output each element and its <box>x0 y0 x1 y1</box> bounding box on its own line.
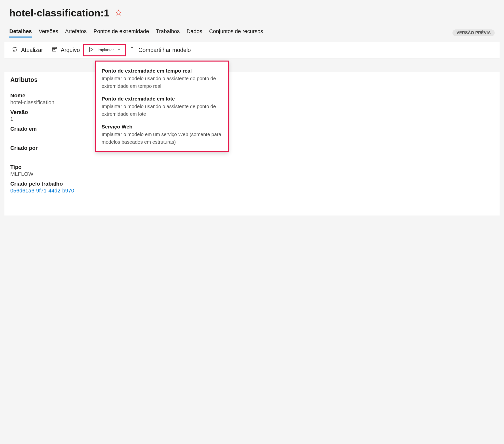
deploy-label: Implantar <box>97 48 114 52</box>
attr-version-value: 1 <box>10 116 494 122</box>
attr-job-link[interactable]: 056d61a6-9f71-44d2-b970 <box>10 188 494 194</box>
refresh-label: Atualizar <box>21 47 43 53</box>
deploy-option-title: Ponto de extremidade em tempo real <box>102 68 223 74</box>
tab-dados[interactable]: Dados <box>187 28 202 37</box>
attr-name-value: hotel-classification <box>10 99 494 106</box>
deploy-dropdown: Ponto de extremidade em tempo real Impla… <box>95 61 229 152</box>
favorite-star-icon[interactable] <box>115 10 122 17</box>
refresh-icon <box>12 46 18 54</box>
chevron-down-icon <box>117 48 121 52</box>
tab-pontos[interactable]: Pontos de extremidade <box>93 28 149 37</box>
svg-marker-0 <box>116 10 121 15</box>
tab-detalhes[interactable]: Detalhes <box>9 28 32 37</box>
preview-badge: VERSÃO PRÉVIA <box>452 29 495 36</box>
deploy-option-title: Ponto de extremidade em lote <box>102 96 223 102</box>
attr-type-value: MLFLOW <box>10 171 494 177</box>
attr-version-label: Versão <box>10 109 494 116</box>
archive-label: Arquivo <box>61 47 80 53</box>
svg-rect-2 <box>53 49 56 51</box>
tab-conjuntos[interactable]: Conjuntos de recursos <box>209 28 263 37</box>
deploy-option-realtime[interactable]: Ponto de extremidade em tempo real Impla… <box>102 67 223 94</box>
share-model-button[interactable]: Compartilhar modelo <box>129 46 191 54</box>
attr-createdby-label: Criado por <box>10 145 494 151</box>
attr-created-label: Criado em <box>10 126 494 132</box>
deploy-option-webservice[interactable]: Serviço Web Implantar o modelo em um ser… <box>102 122 223 146</box>
play-icon <box>88 47 94 53</box>
tab-trabalhos[interactable]: Trabalhos <box>156 28 180 37</box>
deploy-option-title: Serviço Web <box>102 124 223 130</box>
toolbar: Atualizar Arquivo Implantar <box>4 42 500 58</box>
tabs: Detalhes Versões Artefatos Pontos de ext… <box>0 21 504 37</box>
deploy-button[interactable]: Implantar <box>83 44 126 56</box>
section-title: Atributos <box>10 76 494 83</box>
archive-icon <box>51 46 57 54</box>
tab-versoes[interactable]: Versões <box>39 28 58 37</box>
svg-marker-4 <box>90 48 93 51</box>
attr-name-label: Nome <box>10 92 494 99</box>
tab-artefatos[interactable]: Artefatos <box>65 28 87 37</box>
refresh-button[interactable]: Atualizar <box>12 46 43 54</box>
archive-button[interactable]: Arquivo <box>51 46 80 54</box>
attr-job-label: Criado pelo trabalho <box>10 181 494 187</box>
deploy-option-desc: Implantar o modelo em um serviço Web (so… <box>102 131 223 146</box>
deploy-option-desc: Implantar o modelo usando o assistente d… <box>102 75 223 90</box>
upload-icon <box>129 46 135 54</box>
page-title: hotel-classification:1 <box>9 7 109 19</box>
share-label: Compartilhar modelo <box>138 47 191 53</box>
attr-type-label: Tipo <box>10 164 494 171</box>
deploy-option-desc: Implantar o modelo usando o assistente d… <box>102 103 223 118</box>
deploy-option-batch[interactable]: Ponto de extremidade em lote Implantar o… <box>102 94 223 122</box>
